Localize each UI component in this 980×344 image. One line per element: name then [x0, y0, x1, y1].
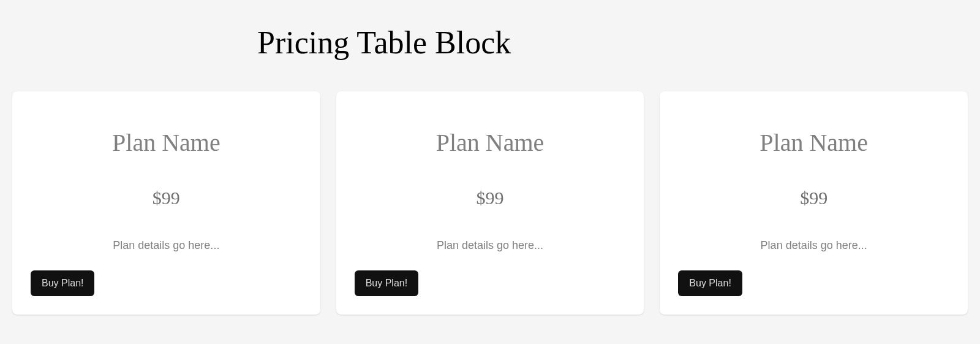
plan-details: Plan details go here... — [678, 239, 949, 252]
pricing-card: Plan Name $99 Plan details go here... Bu… — [336, 91, 644, 315]
pricing-card: Plan Name $99 Plan details go here... Bu… — [660, 91, 968, 315]
buy-plan-button[interactable]: Buy Plan! — [31, 270, 94, 296]
plan-price: $99 — [31, 188, 302, 208]
section-heading: Pricing Table Block — [257, 25, 968, 61]
plan-name: Plan Name — [355, 128, 626, 157]
buy-plan-button[interactable]: Buy Plan! — [355, 270, 418, 296]
pricing-card: Plan Name $99 Plan details go here... Bu… — [12, 91, 320, 315]
buy-plan-button[interactable]: Buy Plan! — [678, 270, 742, 296]
plan-details: Plan details go here... — [31, 239, 302, 252]
plan-price: $99 — [678, 188, 949, 208]
pricing-row: Plan Name $99 Plan details go here... Bu… — [12, 91, 968, 315]
plan-price: $99 — [355, 188, 626, 208]
plan-details: Plan details go here... — [355, 239, 626, 252]
plan-name: Plan Name — [678, 128, 949, 157]
plan-name: Plan Name — [31, 128, 302, 157]
